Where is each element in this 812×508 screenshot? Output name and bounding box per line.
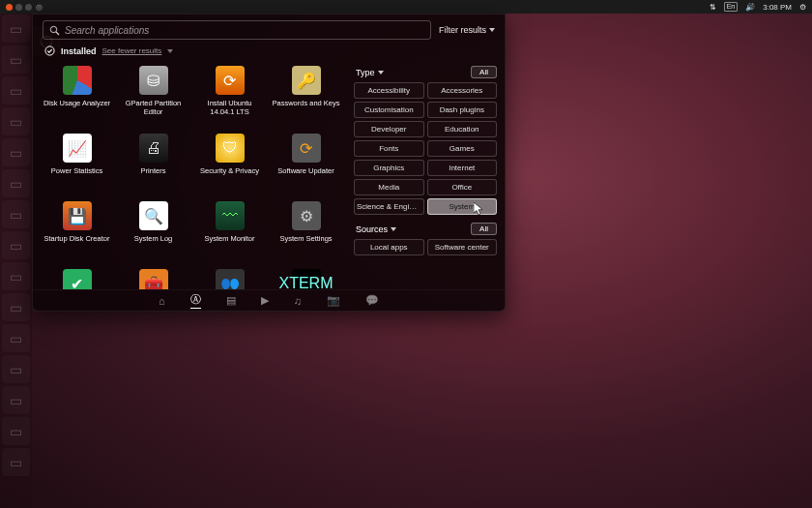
launcher-item[interactable]: ▭: [2, 138, 30, 166]
launcher-item[interactable]: ▭: [2, 231, 30, 259]
launcher-item[interactable]: ▭: [2, 76, 30, 105]
applications-grid: Disk Usage Analyzer⛁GParted Partition Ed…: [33, 58, 350, 289]
filter-type-option[interactable]: Office: [427, 179, 498, 195]
app-icon: ⟳: [216, 66, 245, 95]
lens-photos[interactable]: 📷: [327, 294, 340, 307]
installed-section-header[interactable]: Installed See fewer results: [33, 44, 505, 58]
system-tray: ⇅ En 🔊 3:08 PM ⚙: [710, 2, 806, 12]
launcher-item[interactable]: ▭: [2, 169, 30, 197]
window-maximize-button[interactable]: [25, 4, 32, 11]
keyboard-layout-indicator[interactable]: En: [724, 2, 739, 12]
app-item[interactable]: 🔑Passwords and Keys: [268, 62, 344, 130]
app-label: Passwords and Keys: [272, 99, 339, 107]
chevron-down-icon: [167, 49, 173, 53]
app-icon: ⛁: [139, 66, 168, 95]
app-item[interactable]: ⛁GParted Partition Editor: [115, 62, 191, 130]
app-item[interactable]: ⟳Software Updater: [268, 130, 344, 197]
filter-type-grid: AccessibilityAccessoriesCustomisationDas…: [354, 82, 497, 215]
chevron-down-icon: [489, 28, 495, 32]
filter-sources-header[interactable]: Sources All: [356, 223, 497, 235]
launcher-item[interactable]: ▭: [2, 15, 30, 43]
chevron-down-icon: [378, 71, 384, 75]
app-label: Power Statistics: [51, 166, 102, 175]
filter-type-option[interactable]: Graphics: [354, 160, 424, 176]
filter-sources-all-button[interactable]: All: [471, 223, 497, 235]
clock[interactable]: 3:08 PM: [763, 3, 792, 12]
lens-files[interactable]: ▤: [226, 294, 236, 307]
launcher-item[interactable]: ▭: [2, 324, 30, 352]
filter-type-option[interactable]: System: [427, 198, 498, 215]
lens-video[interactable]: ▶: [261, 294, 269, 307]
filter-type-option[interactable]: Science & Engin…: [354, 198, 424, 215]
app-item[interactable]: 🧰: [115, 265, 191, 289]
app-item[interactable]: 🛡Security & Privacy: [191, 130, 268, 197]
filter-type-option[interactable]: Games: [427, 140, 498, 157]
filter-type-option[interactable]: Media: [354, 179, 424, 195]
launcher-item[interactable]: ▭: [2, 262, 30, 290]
filter-results-toggle[interactable]: Filter results: [439, 25, 495, 35]
app-item[interactable]: 〰System Monitor: [191, 197, 268, 265]
window-minimize-button[interactable]: [15, 4, 22, 11]
filter-type-all-button[interactable]: All: [471, 66, 497, 78]
app-icon: ✔: [63, 269, 92, 289]
app-item[interactable]: 🔍System Log: [115, 197, 191, 265]
app-label: Startup Disk Creator: [44, 234, 110, 243]
app-icon: 📈: [63, 134, 92, 163]
search-field[interactable]: [43, 20, 431, 40]
app-item[interactable]: ✔: [39, 265, 115, 289]
app-item[interactable]: Disk Usage Analyzer: [39, 62, 115, 130]
filter-sources-option[interactable]: Software center: [427, 239, 498, 255]
filter-type-option[interactable]: Dash plugins: [427, 102, 498, 118]
lens-home[interactable]: ⌂: [159, 295, 165, 307]
window-close-button[interactable]: [6, 4, 13, 11]
dash-header: Filter results: [33, 15, 505, 44]
app-item[interactable]: 📈Power Statistics: [39, 130, 115, 197]
lens-applications[interactable]: Ⓐ: [190, 292, 201, 309]
search-input[interactable]: [65, 25, 424, 36]
app-icon: 🧰: [139, 269, 168, 289]
app-item[interactable]: XTERM: [268, 265, 344, 289]
filter-sources-option[interactable]: Local apps: [354, 239, 424, 255]
filter-type-option[interactable]: Education: [427, 121, 498, 137]
filter-type-option[interactable]: Fonts: [354, 140, 424, 157]
filter-sources-label: Sources: [356, 224, 388, 234]
network-icon[interactable]: ⇅: [710, 3, 716, 12]
launcher-item[interactable]: ▭: [2, 107, 30, 135]
launcher-item[interactable]: ▭: [2, 448, 30, 476]
filter-type-header[interactable]: Type All: [356, 66, 497, 78]
launcher-item[interactable]: ▭: [2, 386, 30, 414]
launcher-item[interactable]: ▭: [2, 45, 30, 74]
app-label: Disk Usage Analyzer: [44, 99, 110, 107]
chevron-down-icon: [391, 227, 396, 231]
app-icon: [63, 66, 92, 95]
launcher-item[interactable]: ▭: [2, 417, 30, 445]
filter-type-option[interactable]: Developer: [354, 121, 424, 137]
launcher-item[interactable]: ▭: [2, 293, 30, 321]
lens-bar: ⌂ Ⓐ ▤ ▶ ♫ 📷 💬: [33, 289, 505, 311]
app-label: System Log: [134, 234, 173, 243]
filter-type-option[interactable]: Accessories: [427, 82, 498, 99]
app-item[interactable]: ⟳Install Ubuntu 14.04.1 LTS: [191, 62, 268, 130]
app-item[interactable]: 👥: [191, 265, 268, 289]
dash: Filter results Installed See fewer resul…: [32, 14, 506, 312]
app-item[interactable]: 🖨Printers: [115, 130, 191, 197]
app-icon: 🖨: [139, 134, 168, 163]
app-item[interactable]: 💾Startup Disk Creator: [39, 197, 115, 265]
see-fewer-link[interactable]: See fewer results: [102, 46, 162, 55]
svg-point-4: [50, 26, 56, 32]
filter-type-option[interactable]: Internet: [427, 160, 498, 176]
lens-social[interactable]: 💬: [365, 294, 379, 307]
sound-icon[interactable]: 🔊: [745, 3, 755, 12]
app-label: System Monitor: [204, 234, 254, 243]
top-panel: ◎ ⇅ En 🔊 3:08 PM ⚙: [0, 0, 812, 14]
launcher-item[interactable]: ▭: [2, 200, 30, 228]
dash-body: Disk Usage Analyzer⛁GParted Partition Ed…: [33, 58, 505, 289]
system-gear-icon[interactable]: ⚙: [799, 3, 806, 12]
lens-music[interactable]: ♫: [294, 295, 302, 307]
filter-type-option[interactable]: Accessibility: [354, 82, 424, 99]
launcher-item[interactable]: ▭: [2, 355, 30, 383]
app-icon: XTERM: [292, 269, 321, 289]
app-icon: 💾: [63, 201, 92, 230]
app-item[interactable]: ⚙System Settings: [268, 197, 344, 265]
filter-type-option[interactable]: Customisation: [354, 102, 424, 118]
